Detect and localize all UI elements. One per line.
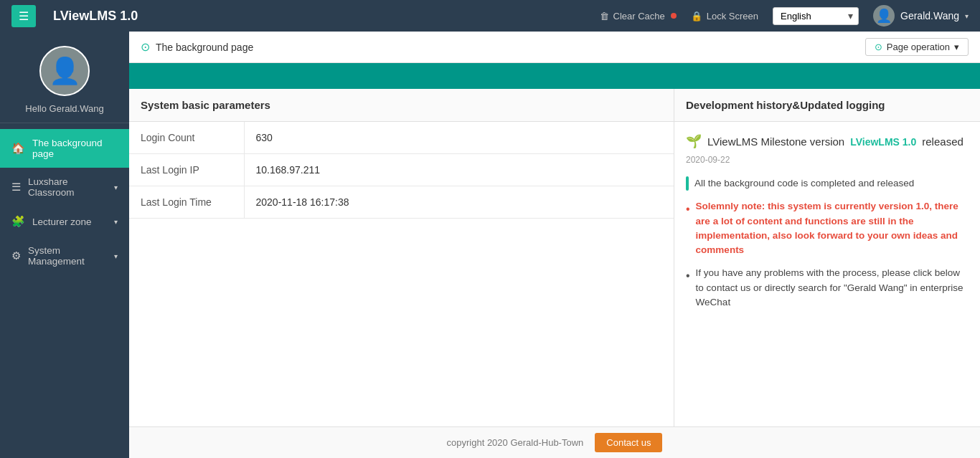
login-count-value: 630	[244, 122, 674, 154]
circle-icon: ⊙	[875, 42, 882, 52]
sidebar: 👤 Hello Gerald.Wang 🏠 The background pag…	[0, 32, 129, 458]
user-dropdown-arrow: ▾	[965, 12, 969, 20]
puzzle-icon: 🧩	[11, 215, 25, 228]
table-row: Login Count 630	[129, 122, 674, 154]
sidebar-item-label: Lecturer zone	[32, 216, 92, 227]
list-item: All the background code is completed and…	[686, 176, 969, 191]
contact-us-button[interactable]: Contact us	[595, 433, 662, 452]
sidebar-item-background-page[interactable]: 🏠 The background page	[0, 129, 129, 168]
lock-icon: 🔒	[691, 11, 702, 22]
gear-icon: ⚙	[11, 249, 21, 262]
last-login-ip-label: Last Login IP	[129, 154, 244, 186]
lock-screen-label: Lock Screen	[707, 11, 758, 22]
table-row: Last Login IP 10.168.97.211	[129, 154, 674, 186]
sidebar-item-label: System Management	[28, 245, 107, 267]
bullet-dot-icon: •	[686, 201, 690, 257]
app-brand: LViewLMS 1.0	[53, 9, 138, 24]
milestone-title: 🌱 LViewLMS Milestone version LViewLMS 1.…	[686, 133, 969, 165]
update-item-text-red: Solemnly note: this system is currently …	[696, 199, 969, 257]
milestone-suffix: released	[922, 135, 963, 148]
system-params-table: Login Count 630 Last Login IP 10.168.97.…	[129, 122, 674, 219]
last-login-time-value: 2020-11-18 16:17:38	[244, 186, 674, 219]
sidebar-profile: 👤 Hello Gerald.Wang	[0, 32, 129, 123]
trash-icon: 🗑	[600, 11, 609, 22]
update-item-text: If you have any problems with the proces…	[696, 266, 969, 310]
user-avatar-top: 👤	[873, 5, 895, 27]
update-item-text: All the background code is completed and…	[694, 176, 914, 191]
milestone-date: 2020-09-22	[686, 155, 730, 165]
sidebar-item-luxshare-classroom[interactable]: ☰ Luxshare Classroom ▾	[0, 168, 129, 206]
menu-icon: ☰	[19, 10, 29, 22]
main-layout: 👤 Hello Gerald.Wang 🏠 The background pag…	[0, 32, 980, 458]
last-login-time-label: Last Login Time	[129, 186, 244, 219]
home-icon: 🏠	[11, 142, 25, 155]
list-icon: ☰	[11, 181, 21, 194]
sidebar-item-label: Luxshare Classroom	[28, 176, 107, 198]
update-list: All the background code is completed and…	[686, 176, 969, 310]
sidebar-nav: 🏠 The background page ☰ Luxshare Classro…	[0, 123, 129, 458]
chevron-down-icon: ▾	[114, 252, 118, 260]
topnav-actions: 🗑 Clear Cache 🔒 Lock Screen English 中文 👤…	[600, 5, 969, 27]
sidebar-item-label: The background page	[32, 138, 118, 159]
list-item: • Solemnly note: this system is currentl…	[686, 199, 969, 257]
page-operation-button[interactable]: ⊙ Page operation ▾	[865, 38, 969, 56]
system-params-table-container: Login Count 630 Last Login IP 10.168.97.…	[129, 122, 674, 426]
copyright-text: copyright 2020 Gerald-Hub-Town	[447, 437, 584, 448]
breadcrumb-bar: ⊙ The background page ⊙ Page operation ▾	[129, 32, 980, 63]
footer: copyright 2020 Gerald-Hub-Town Contact u…	[129, 426, 980, 458]
left-panel: System basic parameters Login Count 630 …	[129, 89, 674, 426]
milestone-prefix: LViewLMS Milestone version	[707, 135, 844, 148]
breadcrumb: ⊙ The background page	[141, 40, 253, 54]
panels: System basic parameters Login Count 630 …	[129, 89, 980, 426]
chevron-down-icon: ▾	[954, 42, 959, 52]
clear-cache-label: Clear Cache	[613, 11, 665, 22]
language-select[interactable]: English 中文	[773, 7, 859, 25]
cache-indicator-dot	[671, 13, 677, 19]
chevron-down-icon: ▾	[114, 218, 118, 226]
list-item: • If you have any problems with the proc…	[686, 266, 969, 310]
sidebar-item-lecturer-zone[interactable]: 🧩 Lecturer zone ▾	[0, 206, 129, 237]
username-label: Gerald.Wang	[900, 10, 959, 22]
right-panel: Development history&Updated logging 🌱 LV…	[674, 89, 980, 426]
breadcrumb-page-label: The background page	[156, 42, 253, 53]
breadcrumb-home-icon: ⊙	[141, 40, 150, 54]
sidebar-item-system-management[interactable]: ⚙ System Management ▾	[0, 237, 129, 275]
lock-screen-button[interactable]: 🔒 Lock Screen	[691, 11, 758, 22]
table-row: Last Login Time 2020-11-18 16:17:38	[129, 186, 674, 219]
content-area: ⊙ The background page ⊙ Page operation ▾…	[129, 32, 980, 458]
top-navigation: ☰ LViewLMS 1.0 🗑 Clear Cache 🔒 Lock Scre…	[0, 0, 980, 32]
user-info[interactable]: 👤 Gerald.Wang ▾	[873, 5, 969, 27]
language-selector-wrapper[interactable]: English 中文	[773, 7, 859, 25]
bullet-bar-icon	[686, 176, 689, 191]
chevron-down-icon: ▾	[114, 183, 118, 191]
milestone-accent: LViewLMS 1.0	[850, 136, 916, 148]
right-panel-content: 🌱 LViewLMS Milestone version LViewLMS 1.…	[674, 122, 980, 426]
milestone-icon: 🌱	[686, 133, 702, 149]
right-panel-header: Development history&Updated logging	[674, 89, 980, 122]
left-panel-header: System basic parameters	[129, 89, 674, 122]
avatar: 👤	[39, 46, 90, 96]
teal-header-bar	[129, 63, 980, 89]
login-count-label: Login Count	[129, 122, 244, 154]
sidebar-username: Hello Gerald.Wang	[25, 103, 103, 114]
clear-cache-button[interactable]: 🗑 Clear Cache	[600, 11, 677, 22]
bullet-dot-icon: •	[686, 267, 690, 310]
menu-toggle-button[interactable]: ☰	[11, 5, 36, 27]
page-operation-label: Page operation	[887, 42, 950, 52]
last-login-ip-value: 10.168.97.211	[244, 154, 674, 186]
